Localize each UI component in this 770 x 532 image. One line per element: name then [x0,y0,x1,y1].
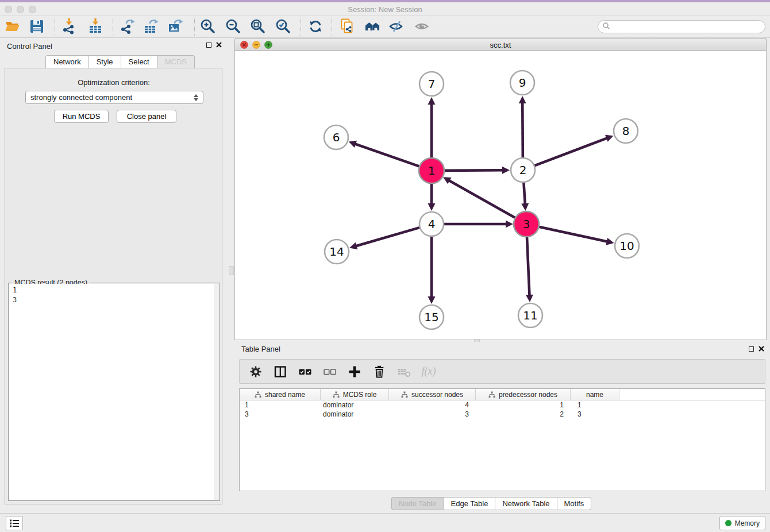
open-session-icon[interactable] [4,17,21,36]
vertical-split-handle[interactable] [229,266,234,275]
mcds-result-area[interactable]: 1 3 [9,284,219,500]
table-tabs: Node Table Edge Table Network Table Moti… [391,497,591,510]
import-table-icon[interactable] [87,17,104,36]
task-history-button[interactable] [6,516,23,530]
mcds-result-text: 1 3 [13,286,17,305]
table-row[interactable]: 1 dominator 4 1 1 [240,400,765,410]
table-header: shared name MCDS role successor nodes pr… [240,389,765,400]
float-panel-icon[interactable] [206,43,211,48]
toolbar-separator [332,17,332,36]
header-filler [619,389,765,400]
memory-button[interactable]: Memory [719,516,765,530]
column-header-name[interactable]: name [571,389,619,400]
table-row[interactable]: 3 dominator 3 2 3 [240,410,765,419]
optimization-criterion-label: Optimization criterion: [0,78,228,87]
dropdown-stepper-icon [194,94,198,101]
export-table-icon[interactable] [143,17,160,36]
table-toolbar: f(x) [239,359,765,384]
zoom-in-icon[interactable] [199,17,217,36]
select-all-columns-icon[interactable] [297,364,313,380]
edge-arrowhead-icon [349,242,357,249]
column-settings-gear-icon[interactable] [248,364,264,380]
network-from-document-icon[interactable] [339,17,356,36]
column-header-successor-nodes[interactable]: successor nodes [389,389,476,400]
titlebar: Session: New Session [0,2,770,16]
toolbar-separator [113,17,113,36]
node-label-10: 10 [619,239,634,253]
edge-4-14[interactable] [356,228,421,246]
edge-2-9[interactable] [522,102,523,159]
tab-mcds[interactable]: MCDS [157,55,195,68]
edge-1-6[interactable] [355,144,421,167]
node-label-6: 6 [333,130,340,144]
show-graphics-details-icon[interactable] [414,17,431,36]
memory-label: Memory [735,519,760,527]
import-network-icon[interactable] [60,17,78,36]
node-label-7: 7 [428,77,436,91]
delete-column-icon[interactable] [371,364,387,380]
edge-3-11[interactable] [527,236,530,296]
tab-network[interactable]: Network [45,55,88,68]
hide-graphics-details-icon[interactable] [388,17,405,36]
tab-edge-table[interactable]: Edge Table [444,497,495,510]
save-session-icon[interactable] [28,17,45,36]
network-graph: 7968124314101511 [235,51,766,339]
table-panel-title: Table Panel [241,345,280,353]
control-panel-title: Control Panel [7,42,52,51]
edge-arrowhead-icon [606,238,614,245]
tab-select[interactable]: Select [121,55,157,68]
function-builder-icon[interactable]: f(x) [421,364,437,380]
search-icon [602,22,610,32]
edge-2-3[interactable] [523,182,525,205]
export-image-icon[interactable] [167,17,184,36]
attribute-tree-icon [333,391,340,398]
memory-status-icon [725,520,732,526]
status-bar: Memory [0,513,770,532]
toolbar-separator [194,17,195,36]
edge-3-10[interactable] [538,226,608,242]
edge-1-2[interactable] [443,170,503,171]
tab-network-table[interactable]: Network Table [495,497,556,510]
refresh-view-icon[interactable] [307,17,324,36]
network-canvas[interactable]: 7968124314101511 [234,51,767,340]
search-input[interactable] [610,23,765,31]
edge-arrowhead-icon [521,203,529,211]
add-column-icon[interactable] [346,364,363,380]
mcds-result-group: MCDS result (2 nodes) 1 3 [8,283,220,501]
deselect-all-columns-icon[interactable] [322,364,338,380]
edge-arrowhead-icon [502,167,510,174]
node-label-2: 2 [519,163,527,177]
toggle-column-pane-icon[interactable] [272,364,288,380]
network-frame-titlebar[interactable]: scc.txt [234,38,767,51]
edge-arrowhead-icon [349,141,357,148]
column-header-mcds-role[interactable]: MCDS role [321,389,389,400]
tab-style[interactable]: Style [88,55,121,68]
float-table-panel-icon[interactable] [749,346,754,352]
edge-2-8[interactable] [534,138,608,166]
edge-arrowhead-icon [428,203,436,211]
export-network-icon[interactable] [119,17,136,36]
tab-motifs[interactable]: Motifs [557,497,592,510]
node-label-3: 3 [523,217,530,231]
toolbar-separator [55,17,55,36]
run-mcds-button[interactable]: Run MCDS [54,110,109,123]
zoom-fit-icon[interactable] [249,17,267,36]
search-field[interactable] [598,20,765,33]
home-layout-icon[interactable] [364,17,382,36]
close-table-panel-icon[interactable] [759,346,764,352]
edge-3-1[interactable] [449,180,517,218]
column-header-shared-name[interactable]: shared name [240,389,321,400]
edge-arrowhead-icon [526,295,533,302]
network-frame-title: scc.txt [235,41,766,49]
close-panel-button[interactable]: Close panel [117,110,176,123]
close-panel-icon[interactable] [216,42,222,48]
node-table[interactable]: shared name MCDS role successor nodes pr… [239,388,765,491]
zoom-out-icon[interactable] [225,17,242,36]
node-label-4: 4 [428,217,436,231]
delete-table-icon[interactable] [396,364,412,380]
column-header-predecessor-nodes[interactable]: predecessor nodes [476,389,571,400]
zoom-selected-icon[interactable] [275,17,292,36]
tab-node-table[interactable]: Node Table [391,497,444,510]
criterion-dropdown[interactable]: strongly connected component [25,91,203,104]
result-scrollbar[interactable] [214,284,219,500]
